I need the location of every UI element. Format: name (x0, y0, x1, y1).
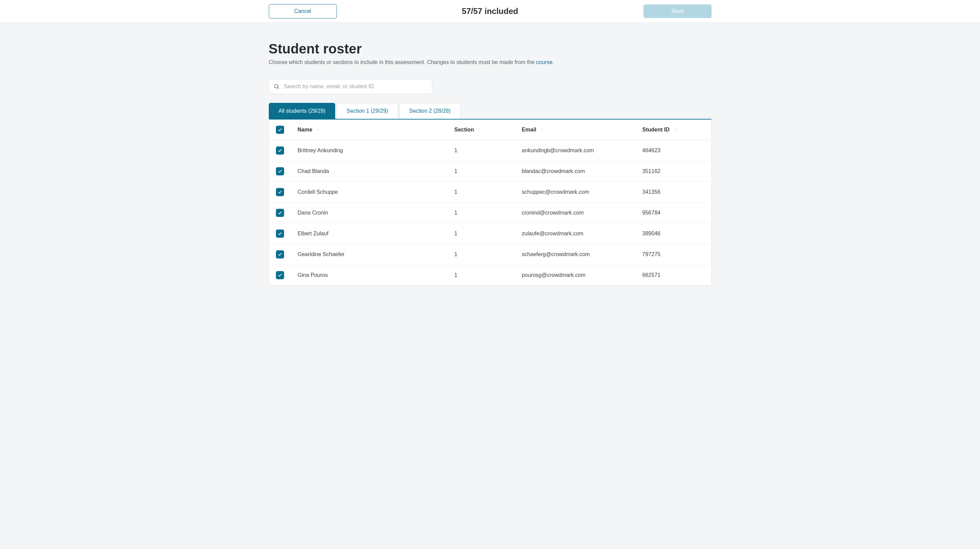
table-row: Cordell Schuppe1schuppec@crowdmark.com34… (269, 182, 711, 203)
page-content: Student roster Choose which students or … (262, 23, 718, 286)
topbar: Cancel 57/57 included Save (0, 0, 980, 23)
cell-email: zulaufe@crowdmark.com (515, 223, 636, 244)
cell-name: Elbert Zulauf (291, 223, 448, 244)
sort-icon (477, 127, 482, 132)
table-body: Brittney Ankunding1ankundingb@crowdmark.… (269, 140, 711, 286)
check-icon (278, 190, 282, 194)
page-subtitle: Choose which students or sections to inc… (269, 59, 711, 65)
cell-student_id: 797275 (636, 244, 711, 265)
check-icon (278, 148, 282, 153)
row-checkbox[interactable] (276, 146, 284, 154)
cell-name: Gina Pouros (291, 265, 448, 286)
cell-section: 1 (448, 182, 515, 203)
save-button[interactable]: Save (643, 5, 711, 18)
row-checkbox-cell (269, 140, 291, 161)
check-icon (278, 231, 282, 236)
table-row: Elbert Zulauf1zulaufe@crowdmark.com38904… (269, 223, 711, 244)
cancel-button[interactable]: Cancel (269, 4, 337, 18)
header-email[interactable]: Email (515, 119, 636, 140)
row-checkbox-cell (269, 203, 291, 223)
included-count: 57/57 included (462, 6, 518, 16)
cell-student_id: 341356 (636, 182, 711, 203)
header-name-label: Name (298, 127, 313, 132)
cell-name: Cordell Schuppe (291, 182, 448, 203)
header-id-label: Student ID (643, 127, 670, 132)
row-checkbox-cell (269, 265, 291, 286)
cell-student_id: 351162 (636, 161, 711, 182)
cell-name: Dana Cronin (291, 203, 448, 223)
row-checkbox-cell (269, 223, 291, 244)
cell-student_id: 956784 (636, 203, 711, 223)
row-checkbox[interactable] (276, 271, 284, 279)
cell-section: 1 (448, 265, 515, 286)
search-wrap (269, 79, 432, 94)
header-section-label: Section (454, 127, 474, 132)
check-icon (278, 169, 282, 174)
cell-student_id: 389046 (636, 223, 711, 244)
header-student-id[interactable]: Student ID (636, 119, 711, 140)
check-icon (278, 252, 282, 257)
table-row: Gearldine Schaefer1schaeferg@crowdmark.c… (269, 244, 711, 265)
table-header-row: Name Section Email (269, 119, 711, 140)
tab-2[interactable]: Section 2 (28/28) (399, 103, 461, 119)
cell-section: 1 (448, 140, 515, 161)
topbar-inner: Cancel 57/57 included Save (262, 4, 718, 18)
row-checkbox-cell (269, 182, 291, 203)
cell-name: Brittney Ankunding (291, 140, 448, 161)
svg-point-0 (275, 84, 278, 88)
row-checkbox-cell (269, 244, 291, 265)
cell-section: 1 (448, 223, 515, 244)
row-checkbox-cell (269, 161, 291, 182)
row-checkbox[interactable] (276, 229, 284, 238)
page-title: Student roster (269, 41, 711, 57)
table-wrap: Name Section Email (269, 119, 711, 286)
row-checkbox[interactable] (276, 250, 284, 258)
tab-1[interactable]: Section 1 (29/29) (337, 103, 398, 119)
check-icon (278, 210, 282, 215)
table-row: Chad Blanda1blandac@crowdmark.com351162 (269, 161, 711, 182)
row-checkbox[interactable] (276, 167, 284, 175)
cell-section: 1 (448, 203, 515, 223)
check-icon (278, 127, 282, 132)
cell-email: ankundingb@crowdmark.com (515, 140, 636, 161)
cell-email: blandac@crowdmark.com (515, 161, 636, 182)
cell-student_id: 464623 (636, 140, 711, 161)
subtitle-suffix: . (552, 59, 554, 65)
table-row: Dana Cronin1cronind@crowdmark.com956784 (269, 203, 711, 223)
cell-email: cronind@crowdmark.com (515, 203, 636, 223)
cell-email: schuppec@crowdmark.com (515, 182, 636, 203)
header-name[interactable]: Name (291, 119, 448, 140)
header-email-label: Email (522, 127, 536, 132)
search-input[interactable] (269, 79, 432, 94)
cell-email: pourosg@crowdmark.com (515, 265, 636, 286)
sort-icon (316, 127, 320, 132)
table-row: Brittney Ankunding1ankundingb@crowdmark.… (269, 140, 711, 161)
cell-name: Gearldine Schaefer (291, 244, 448, 265)
header-section[interactable]: Section (448, 119, 515, 140)
cell-email: schaeferg@crowdmark.com (515, 244, 636, 265)
svg-line-1 (278, 88, 278, 89)
row-checkbox[interactable] (276, 209, 284, 217)
tabs: All students (29/29)Section 1 (29/29)Sec… (269, 103, 711, 119)
subtitle-prefix: Choose which students or sections to inc… (269, 59, 536, 65)
cell-name: Chad Blanda (291, 161, 448, 182)
tab-0[interactable]: All students (29/29) (269, 103, 336, 119)
cell-section: 1 (448, 244, 515, 265)
search-icon (274, 83, 280, 89)
table-row: Gina Pouros1pourosg@crowdmark.com662571 (269, 265, 711, 286)
student-table: Name Section Email (269, 119, 711, 286)
cell-section: 1 (448, 161, 515, 182)
sort-icon (540, 127, 544, 132)
header-checkbox-cell (269, 119, 291, 140)
sort-icon (673, 127, 677, 132)
row-checkbox[interactable] (276, 188, 284, 196)
course-link[interactable]: course (536, 59, 552, 65)
check-icon (278, 273, 282, 278)
cell-student_id: 662571 (636, 265, 711, 286)
select-all-checkbox[interactable] (276, 126, 284, 134)
